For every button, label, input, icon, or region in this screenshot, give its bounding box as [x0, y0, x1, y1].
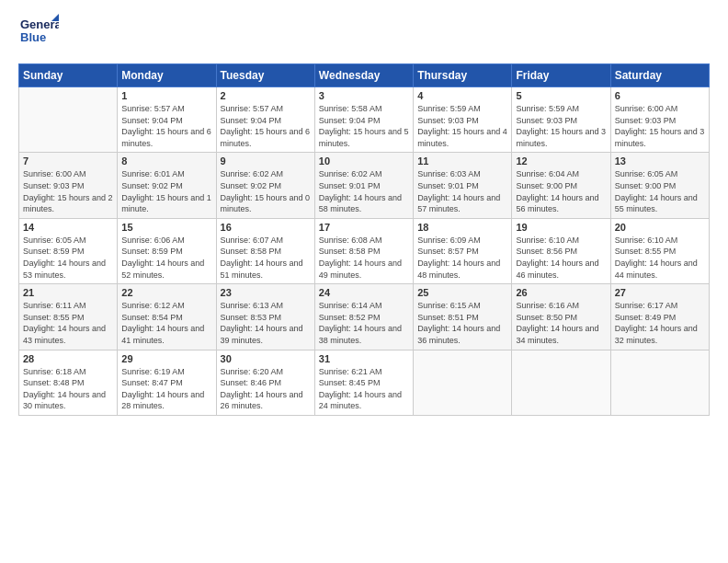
sunrise-time: Sunrise: 5:59 AM — [417, 104, 481, 113]
day-info: Sunrise: 5:58 AM Sunset: 9:04 PM Dayligh… — [319, 103, 409, 149]
weekday-header-tuesday: Tuesday — [216, 64, 314, 87]
weekday-header-row: SundayMondayTuesdayWednesdayThursdayFrid… — [19, 64, 710, 87]
sunrise-time: Sunrise: 6:13 AM — [221, 301, 284, 310]
day-number: 21 — [23, 287, 113, 298]
day-info: Sunrise: 5:57 AM Sunset: 9:04 PM Dayligh… — [121, 103, 211, 149]
day-info: Sunrise: 6:10 AM Sunset: 8:56 PM Dayligh… — [516, 235, 606, 281]
week-row-4: 28 Sunrise: 6:18 AM Sunset: 8:48 PM Dayl… — [19, 350, 710, 415]
day-number: 8 — [121, 155, 211, 167]
sunrise-time: Sunrise: 6:19 AM — [121, 367, 185, 376]
day-number: 9 — [221, 155, 311, 167]
day-number: 23 — [221, 287, 311, 298]
sunrise-time: Sunrise: 6:17 AM — [615, 301, 678, 310]
day-number: 25 — [417, 287, 507, 298]
daylight-hours: Daylight: 14 hours and 48 minutes. — [417, 259, 500, 280]
day-info: Sunrise: 6:02 AM Sunset: 9:01 PM Dayligh… — [319, 168, 409, 214]
daylight-hours: Daylight: 14 hours and 30 minutes. — [23, 390, 106, 411]
day-info: Sunrise: 6:08 AM Sunset: 8:58 PM Dayligh… — [319, 235, 409, 281]
sunset-time: Sunset: 8:50 PM — [516, 313, 577, 322]
week-row-1: 7 Sunrise: 6:00 AM Sunset: 9:03 PM Dayli… — [19, 153, 710, 218]
calendar-cell — [414, 350, 512, 415]
calendar-cell: 4 Sunrise: 5:59 AM Sunset: 9:03 PM Dayli… — [414, 87, 512, 153]
sunrise-time: Sunrise: 5:59 AM — [516, 104, 579, 113]
day-number: 14 — [23, 222, 113, 233]
day-info: Sunrise: 6:20 AM Sunset: 8:46 PM Dayligh… — [221, 366, 311, 412]
sunset-time: Sunset: 8:45 PM — [319, 378, 381, 387]
sunrise-time: Sunrise: 6:20 AM — [221, 367, 284, 376]
weekday-header-thursday: Thursday — [414, 64, 512, 87]
daylight-hours: Daylight: 14 hours and 52 minutes. — [121, 259, 204, 280]
sunrise-time: Sunrise: 6:02 AM — [221, 169, 284, 178]
sunset-time: Sunset: 9:03 PM — [516, 116, 577, 125]
calendar-cell: 18 Sunrise: 6:09 AM Sunset: 8:57 PM Dayl… — [414, 218, 512, 283]
day-info: Sunrise: 6:01 AM Sunset: 9:02 PM Dayligh… — [121, 168, 211, 214]
day-info: Sunrise: 6:13 AM Sunset: 8:53 PM Dayligh… — [221, 300, 311, 346]
sunset-time: Sunset: 8:55 PM — [615, 247, 677, 256]
logo-graphic: General Blue — [18, 14, 59, 54]
weekday-header-saturday: Saturday — [610, 64, 709, 87]
sunset-time: Sunset: 9:02 PM — [121, 181, 183, 190]
daylight-hours: Daylight: 14 hours and 55 minutes. — [615, 193, 698, 214]
calendar-cell: 10 Sunrise: 6:02 AM Sunset: 9:01 PM Dayl… — [314, 153, 413, 218]
calendar-cell: 11 Sunrise: 6:03 AM Sunset: 9:01 PM Dayl… — [414, 153, 512, 218]
day-info: Sunrise: 6:11 AM Sunset: 8:55 PM Dayligh… — [23, 300, 113, 346]
day-number: 18 — [417, 222, 507, 233]
sunset-time: Sunset: 8:52 PM — [319, 313, 381, 322]
daylight-hours: Daylight: 14 hours and 36 minutes. — [417, 324, 500, 345]
day-info: Sunrise: 6:17 AM Sunset: 8:49 PM Dayligh… — [615, 300, 705, 346]
day-number: 4 — [417, 90, 507, 101]
sunrise-time: Sunrise: 6:08 AM — [319, 236, 382, 245]
weekday-header-friday: Friday — [512, 64, 610, 87]
sunset-time: Sunset: 8:56 PM — [516, 247, 577, 256]
sunset-time: Sunset: 8:49 PM — [615, 313, 677, 322]
sunrise-time: Sunrise: 6:07 AM — [221, 236, 284, 245]
day-number: 17 — [319, 222, 409, 233]
daylight-hours: Daylight: 14 hours and 44 minutes. — [615, 259, 698, 280]
day-number: 13 — [615, 155, 705, 167]
sunset-time: Sunset: 8:51 PM — [417, 313, 479, 322]
day-info: Sunrise: 6:02 AM Sunset: 9:02 PM Dayligh… — [221, 168, 311, 214]
daylight-hours: Daylight: 14 hours and 38 minutes. — [319, 324, 402, 345]
calendar-cell: 7 Sunrise: 6:00 AM Sunset: 9:03 PM Dayli… — [19, 153, 118, 218]
sunrise-time: Sunrise: 6:05 AM — [23, 236, 86, 245]
day-number: 6 — [615, 90, 705, 101]
sunrise-time: Sunrise: 6:10 AM — [516, 236, 579, 245]
sunset-time: Sunset: 8:58 PM — [221, 247, 282, 256]
day-info: Sunrise: 6:07 AM Sunset: 8:58 PM Dayligh… — [221, 235, 311, 281]
sunset-time: Sunset: 9:01 PM — [319, 181, 381, 190]
sunrise-time: Sunrise: 5:57 AM — [221, 104, 284, 113]
daylight-hours: Daylight: 14 hours and 41 minutes. — [121, 324, 204, 345]
sunset-time: Sunset: 9:00 PM — [615, 181, 677, 190]
calendar-cell: 9 Sunrise: 6:02 AM Sunset: 9:02 PM Dayli… — [216, 153, 314, 218]
day-number: 15 — [121, 222, 211, 233]
sunset-time: Sunset: 9:00 PM — [516, 181, 577, 190]
day-info: Sunrise: 6:12 AM Sunset: 8:54 PM Dayligh… — [121, 300, 211, 346]
day-number: 1 — [121, 90, 211, 101]
day-info: Sunrise: 6:06 AM Sunset: 8:59 PM Dayligh… — [121, 235, 211, 281]
daylight-hours: Daylight: 14 hours and 53 minutes. — [23, 259, 106, 280]
day-info: Sunrise: 6:14 AM Sunset: 8:52 PM Dayligh… — [319, 300, 409, 346]
calendar-cell: 12 Sunrise: 6:04 AM Sunset: 9:00 PM Dayl… — [512, 153, 610, 218]
daylight-hours: Daylight: 14 hours and 43 minutes. — [23, 324, 106, 345]
sunset-time: Sunset: 9:03 PM — [23, 181, 85, 190]
calendar-cell: 1 Sunrise: 5:57 AM Sunset: 9:04 PM Dayli… — [118, 87, 216, 153]
calendar-cell: 16 Sunrise: 6:07 AM Sunset: 8:58 PM Dayl… — [216, 218, 314, 283]
sunrise-time: Sunrise: 6:21 AM — [319, 367, 382, 376]
day-info: Sunrise: 6:00 AM Sunset: 9:03 PM Dayligh… — [23, 168, 113, 214]
calendar-cell: 6 Sunrise: 6:00 AM Sunset: 9:03 PM Dayli… — [610, 87, 709, 153]
day-info: Sunrise: 6:19 AM Sunset: 8:47 PM Dayligh… — [121, 366, 211, 412]
calendar-cell: 14 Sunrise: 6:05 AM Sunset: 8:59 PM Dayl… — [19, 218, 118, 283]
day-info: Sunrise: 6:15 AM Sunset: 8:51 PM Dayligh… — [417, 300, 507, 346]
calendar-cell: 3 Sunrise: 5:58 AM Sunset: 9:04 PM Dayli… — [314, 87, 413, 153]
calendar-cell: 22 Sunrise: 6:12 AM Sunset: 8:54 PM Dayl… — [118, 284, 216, 350]
day-number: 28 — [23, 353, 113, 364]
sunrise-time: Sunrise: 6:11 AM — [23, 301, 86, 310]
sunset-time: Sunset: 8:54 PM — [121, 313, 183, 322]
sunset-time: Sunset: 9:01 PM — [417, 181, 479, 190]
sunrise-time: Sunrise: 6:14 AM — [319, 301, 382, 310]
calendar-cell: 21 Sunrise: 6:11 AM Sunset: 8:55 PM Dayl… — [19, 284, 118, 350]
week-row-2: 14 Sunrise: 6:05 AM Sunset: 8:59 PM Dayl… — [19, 218, 710, 283]
day-info: Sunrise: 6:04 AM Sunset: 9:00 PM Dayligh… — [516, 168, 606, 214]
logo: General Blue — [18, 14, 59, 54]
daylight-hours: Daylight: 14 hours and 49 minutes. — [319, 259, 402, 280]
